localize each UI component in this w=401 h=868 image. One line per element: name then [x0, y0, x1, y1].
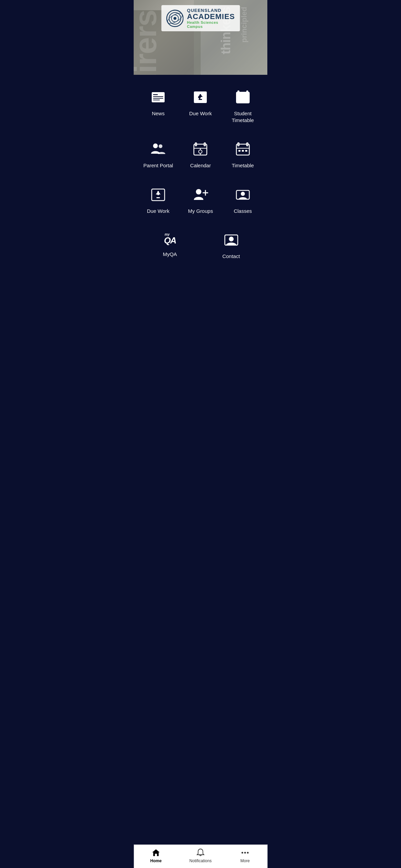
- svg-rect-45: [156, 197, 160, 198]
- grid-item-due-work-2[interactable]: Due Work: [138, 179, 179, 221]
- classes-icon: [233, 186, 253, 204]
- myqa-label: MyQA: [163, 251, 177, 258]
- classes-label: Classes: [234, 208, 252, 215]
- calendar-icon: [190, 140, 210, 158]
- timetable-label: Timetable: [232, 162, 254, 169]
- due-work-icon-1: [190, 88, 210, 106]
- grid-row-1: News Due Work: [137, 82, 264, 130]
- parent-portal-icon: [148, 140, 168, 158]
- bottom-spacer: [137, 270, 264, 297]
- hero-text-inquirers: inquirers: [134, 10, 161, 75]
- hero-text-principled: principled: [240, 7, 249, 42]
- grid-item-contact[interactable]: Contact: [211, 224, 252, 267]
- news-label: News: [152, 110, 165, 117]
- svg-rect-47: [157, 191, 159, 195]
- svg-point-3: [173, 17, 177, 20]
- parent-portal-label: Parent Portal: [143, 162, 173, 169]
- svg-rect-15: [200, 94, 201, 98]
- svg-rect-27: [245, 98, 247, 99]
- news-icon: [148, 88, 168, 106]
- grid-item-myqa[interactable]: my QA MyQA: [150, 224, 190, 267]
- my-groups-icon: [190, 186, 210, 204]
- svg-rect-8: [153, 98, 163, 99]
- grid-item-timetable[interactable]: Timetable: [222, 134, 263, 176]
- grid-item-student-timetable[interactable]: Student Timetable: [222, 82, 263, 130]
- svg-rect-42: [242, 150, 244, 152]
- grid-item-classes[interactable]: Classes: [222, 179, 263, 221]
- timetable-icon: [233, 140, 253, 158]
- svg-rect-25: [238, 98, 240, 99]
- grid-item-parent-portal[interactable]: Parent Portal: [138, 134, 179, 176]
- svg-rect-7: [153, 96, 163, 97]
- grid-item-my-groups[interactable]: My Groups: [180, 179, 221, 221]
- hero-banner: inquirers thinkers principled QUEENSLAND…: [134, 0, 267, 75]
- contact-label: Contact: [222, 253, 240, 260]
- logo-container: QUEENSLAND ACADEMIES Health Sciences Cam…: [161, 5, 240, 31]
- my-groups-label: My Groups: [188, 208, 213, 215]
- due-work-icon-2: [148, 186, 168, 204]
- svg-rect-9: [153, 100, 160, 100]
- svg-rect-41: [238, 150, 240, 152]
- grid-row-3: Due Work My Groups: [137, 179, 264, 221]
- due-work-label-1: Due Work: [189, 110, 212, 117]
- svg-rect-20: [236, 95, 249, 95]
- svg-rect-6: [153, 94, 158, 95]
- student-timetable-icon: [233, 88, 253, 106]
- grid-item-calendar[interactable]: Calendar: [180, 134, 221, 176]
- svg-point-29: [159, 144, 163, 148]
- logo-academies: ACADEMIES: [187, 13, 235, 20]
- main-content: News Due Work: [134, 75, 267, 304]
- contact-icon: [221, 231, 241, 249]
- calendar-label: Calendar: [190, 162, 211, 169]
- svg-rect-43: [245, 150, 247, 152]
- logo-campus: Health Sciences Campus: [187, 20, 235, 29]
- svg-rect-5: [152, 92, 165, 102]
- grid-item-due-work-1[interactable]: Due Work: [180, 82, 221, 130]
- svg-point-48: [196, 189, 201, 194]
- logo-text: QUEENSLAND ACADEMIES Health Sciences Cam…: [187, 8, 235, 29]
- svg-point-54: [229, 237, 234, 241]
- svg-point-28: [153, 143, 158, 148]
- due-work-label-2: Due Work: [147, 208, 169, 215]
- svg-point-34: [199, 150, 202, 153]
- student-timetable-label: Student Timetable: [226, 110, 260, 123]
- grid-item-news[interactable]: News: [138, 82, 179, 130]
- svg-rect-13: [199, 99, 202, 100]
- myqa-icon: my QA: [160, 231, 180, 247]
- grid-row-4: my QA MyQA Contact: [137, 224, 264, 267]
- logo-circle-icon: [166, 10, 184, 27]
- svg-rect-26: [242, 98, 244, 99]
- svg-point-52: [241, 192, 245, 196]
- grid-row-2: Parent Portal Calendar: [137, 134, 264, 176]
